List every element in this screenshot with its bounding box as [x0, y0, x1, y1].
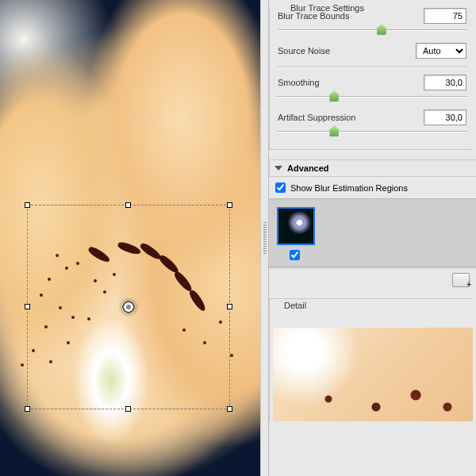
- source-noise-label: Source Noise: [278, 46, 409, 56]
- resize-handle-nw[interactable]: [25, 202, 30, 208]
- grip-icon: [263, 222, 267, 254]
- selection-marquee[interactable]: [27, 205, 230, 409]
- panel-splitter[interactable]: [260, 0, 268, 476]
- image-canvas[interactable]: [0, 0, 260, 476]
- artifact-suppression-input[interactable]: [424, 109, 466, 125]
- blur-trace-thumbnail[interactable]: [277, 207, 315, 245]
- resize-handle-ne[interactable]: [227, 202, 232, 208]
- group-title: Blur Trace Settings: [287, 3, 367, 13]
- chevron-down-icon: [274, 166, 282, 171]
- settings-panel: Blur Trace Settings Blur Trace Bounds So…: [268, 0, 476, 476]
- advanced-title: Advanced: [287, 163, 329, 173]
- blur-trace-thumbnails: [269, 198, 476, 267]
- show-blur-regions-label: Show Blur Estimation Regions: [290, 183, 408, 193]
- blur-trace-settings-group: Blur Trace Settings Blur Trace Bounds So…: [269, 8, 473, 150]
- blur-trace-bounds-slider[interactable]: [278, 25, 466, 35]
- blur-trace-bounds-input[interactable]: [424, 8, 466, 24]
- slider-thumb-icon: [377, 24, 386, 35]
- advanced-section-header[interactable]: Advanced: [269, 159, 476, 177]
- artifact-suppression-slider[interactable]: [278, 127, 466, 136]
- source-noise-select[interactable]: Auto: [416, 43, 466, 59]
- show-blur-regions-checkbox[interactable]: [275, 182, 286, 193]
- resize-handle-e[interactable]: [227, 304, 232, 309]
- detail-group: Detail: [269, 298, 473, 421]
- detail-preview: [273, 328, 473, 421]
- slider-thumb-icon: [329, 90, 339, 102]
- smoothing-slider[interactable]: [278, 92, 466, 102]
- add-blur-trace-button[interactable]: [452, 273, 470, 287]
- blur-trace-thumbnail-checkbox[interactable]: [290, 250, 300, 260]
- smoothing-input[interactable]: [424, 75, 466, 90]
- slider-thumb-icon: [329, 125, 339, 136]
- divider: [278, 66, 466, 67]
- resize-handle-w[interactable]: [25, 304, 30, 309]
- resize-handle-se[interactable]: [227, 406, 232, 412]
- smoothing-label: Smoothing: [278, 78, 417, 87]
- resize-handle-s[interactable]: [125, 406, 131, 412]
- selection-center-pin[interactable]: [121, 300, 136, 314]
- resize-handle-sw[interactable]: [25, 406, 30, 412]
- detail-title: Detail: [281, 301, 309, 310]
- resize-handle-n[interactable]: [125, 202, 131, 208]
- artifact-suppression-label: Artifact Suppression: [278, 113, 417, 122]
